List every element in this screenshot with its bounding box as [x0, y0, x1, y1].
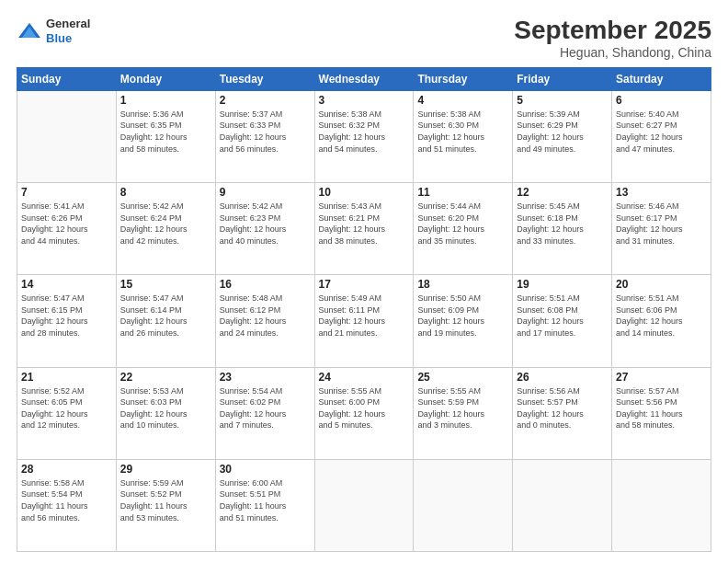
cal-cell	[314, 459, 414, 551]
col-header-sunday: Sunday	[17, 67, 117, 90]
week-row-5: 28Sunrise: 5:58 AMSunset: 5:54 PMDayligh…	[17, 459, 711, 551]
day-info: Sunrise: 5:55 AMSunset: 5:59 PMDaylight:…	[417, 385, 508, 431]
day-number: 28	[21, 463, 112, 476]
day-number: 17	[319, 278, 410, 291]
day-info: Sunrise: 5:59 AMSunset: 5:52 PMDaylight:…	[120, 477, 211, 523]
logo-icon	[17, 21, 42, 41]
day-info: Sunrise: 5:42 AMSunset: 6:24 PMDaylight:…	[120, 201, 211, 247]
day-info: Sunrise: 5:55 AMSunset: 6:00 PMDaylight:…	[319, 385, 410, 431]
day-info: Sunrise: 5:39 AMSunset: 6:29 PMDaylight:…	[517, 109, 608, 155]
day-info: Sunrise: 5:41 AMSunset: 6:26 PMDaylight:…	[21, 201, 112, 247]
cal-cell: 29Sunrise: 5:59 AMSunset: 5:52 PMDayligh…	[116, 459, 215, 551]
day-info: Sunrise: 5:38 AMSunset: 6:32 PMDaylight:…	[319, 109, 410, 155]
cal-cell	[17, 90, 117, 182]
logo: General Blue	[17, 17, 90, 45]
day-number: 30	[220, 463, 311, 476]
cal-cell: 23Sunrise: 5:54 AMSunset: 6:02 PMDayligh…	[215, 367, 314, 459]
day-number: 15	[120, 278, 211, 291]
cal-cell: 28Sunrise: 5:58 AMSunset: 5:54 PMDayligh…	[17, 459, 117, 551]
cal-cell: 24Sunrise: 5:55 AMSunset: 6:00 PMDayligh…	[314, 367, 414, 459]
day-number: 22	[120, 371, 211, 384]
cal-cell: 25Sunrise: 5:55 AMSunset: 5:59 PMDayligh…	[414, 367, 513, 459]
day-info: Sunrise: 5:48 AMSunset: 6:12 PMDaylight:…	[220, 293, 311, 339]
day-info: Sunrise: 5:51 AMSunset: 6:08 PMDaylight:…	[517, 293, 608, 339]
week-row-3: 14Sunrise: 5:47 AMSunset: 6:15 PMDayligh…	[17, 275, 711, 367]
subtitle: Heguan, Shandong, China	[514, 45, 711, 60]
cal-cell: 9Sunrise: 5:42 AMSunset: 6:23 PMDaylight…	[215, 183, 314, 275]
calendar-header-row: SundayMondayTuesdayWednesdayThursdayFrid…	[17, 67, 711, 90]
cal-cell	[513, 459, 612, 551]
cal-cell: 26Sunrise: 5:56 AMSunset: 5:57 PMDayligh…	[513, 367, 612, 459]
day-info: Sunrise: 5:57 AMSunset: 5:56 PMDaylight:…	[616, 385, 707, 431]
day-number: 18	[417, 278, 508, 291]
cal-cell: 18Sunrise: 5:50 AMSunset: 6:09 PMDayligh…	[414, 275, 513, 367]
day-number: 19	[517, 278, 608, 291]
col-header-saturday: Saturday	[612, 67, 711, 90]
day-info: Sunrise: 5:53 AMSunset: 6:03 PMDaylight:…	[120, 385, 211, 431]
cal-cell: 4Sunrise: 5:38 AMSunset: 6:30 PMDaylight…	[414, 90, 513, 182]
cal-cell: 6Sunrise: 5:40 AMSunset: 6:27 PMDaylight…	[612, 90, 711, 182]
col-header-tuesday: Tuesday	[215, 67, 314, 90]
cal-cell: 30Sunrise: 6:00 AMSunset: 5:51 PMDayligh…	[215, 459, 314, 551]
day-info: Sunrise: 5:43 AMSunset: 6:21 PMDaylight:…	[319, 201, 410, 247]
day-number: 29	[120, 463, 211, 476]
day-number: 3	[319, 94, 410, 107]
cal-cell: 27Sunrise: 5:57 AMSunset: 5:56 PMDayligh…	[612, 367, 711, 459]
day-number: 8	[120, 186, 211, 199]
day-number: 1	[120, 94, 211, 107]
cal-cell: 3Sunrise: 5:38 AMSunset: 6:32 PMDaylight…	[314, 90, 414, 182]
day-number: 25	[417, 371, 508, 384]
day-number: 14	[21, 278, 112, 291]
day-info: Sunrise: 5:37 AMSunset: 6:33 PMDaylight:…	[220, 109, 311, 155]
day-number: 20	[616, 278, 707, 291]
day-info: Sunrise: 5:49 AMSunset: 6:11 PMDaylight:…	[319, 293, 410, 339]
cal-cell: 21Sunrise: 5:52 AMSunset: 6:05 PMDayligh…	[17, 367, 117, 459]
cal-cell: 20Sunrise: 5:51 AMSunset: 6:06 PMDayligh…	[612, 275, 711, 367]
day-number: 13	[616, 186, 707, 199]
day-number: 7	[21, 186, 112, 199]
cal-cell: 13Sunrise: 5:46 AMSunset: 6:17 PMDayligh…	[612, 183, 711, 275]
day-number: 21	[21, 371, 112, 384]
cal-cell: 10Sunrise: 5:43 AMSunset: 6:21 PMDayligh…	[314, 183, 414, 275]
cal-cell: 8Sunrise: 5:42 AMSunset: 6:24 PMDaylight…	[116, 183, 215, 275]
cal-cell	[414, 459, 513, 551]
cal-cell: 22Sunrise: 5:53 AMSunset: 6:03 PMDayligh…	[116, 367, 215, 459]
col-header-friday: Friday	[513, 67, 612, 90]
cal-cell: 1Sunrise: 5:36 AMSunset: 6:35 PMDaylight…	[116, 90, 215, 182]
day-info: Sunrise: 5:50 AMSunset: 6:09 PMDaylight:…	[417, 293, 508, 339]
day-info: Sunrise: 5:40 AMSunset: 6:27 PMDaylight:…	[616, 109, 707, 155]
day-number: 6	[616, 94, 707, 107]
logo-line2: Blue	[46, 31, 72, 45]
calendar: SundayMondayTuesdayWednesdayThursdayFrid…	[17, 67, 711, 552]
cal-cell: 15Sunrise: 5:47 AMSunset: 6:14 PMDayligh…	[116, 275, 215, 367]
day-info: Sunrise: 5:44 AMSunset: 6:20 PMDaylight:…	[417, 201, 508, 247]
day-number: 5	[517, 94, 608, 107]
day-number: 23	[220, 371, 311, 384]
col-header-thursday: Thursday	[414, 67, 513, 90]
page: General Blue September 2025 Heguan, Shan…	[0, 0, 728, 563]
day-number: 26	[517, 371, 608, 384]
month-title: September 2025	[514, 17, 711, 45]
day-info: Sunrise: 5:45 AMSunset: 6:18 PMDaylight:…	[517, 201, 608, 247]
day-info: Sunrise: 5:47 AMSunset: 6:15 PMDaylight:…	[21, 293, 112, 339]
cal-cell: 5Sunrise: 5:39 AMSunset: 6:29 PMDaylight…	[513, 90, 612, 182]
day-info: Sunrise: 5:47 AMSunset: 6:14 PMDaylight:…	[120, 293, 211, 339]
day-number: 10	[319, 186, 410, 199]
day-number: 16	[220, 278, 311, 291]
day-number: 27	[616, 371, 707, 384]
day-info: Sunrise: 5:36 AMSunset: 6:35 PMDaylight:…	[120, 109, 211, 155]
day-info: Sunrise: 5:51 AMSunset: 6:06 PMDaylight:…	[616, 293, 707, 339]
header: General Blue September 2025 Heguan, Shan…	[17, 17, 711, 60]
col-header-wednesday: Wednesday	[314, 67, 414, 90]
day-number: 4	[417, 94, 508, 107]
day-info: Sunrise: 5:42 AMSunset: 6:23 PMDaylight:…	[220, 201, 311, 247]
day-info: Sunrise: 6:00 AMSunset: 5:51 PMDaylight:…	[220, 477, 311, 523]
logo-text: General Blue	[46, 17, 90, 45]
day-info: Sunrise: 5:38 AMSunset: 6:30 PMDaylight:…	[417, 109, 508, 155]
day-number: 11	[417, 186, 508, 199]
cal-cell	[612, 459, 711, 551]
cal-cell: 19Sunrise: 5:51 AMSunset: 6:08 PMDayligh…	[513, 275, 612, 367]
cal-cell: 12Sunrise: 5:45 AMSunset: 6:18 PMDayligh…	[513, 183, 612, 275]
title-block: September 2025 Heguan, Shandong, China	[514, 17, 711, 60]
day-info: Sunrise: 5:56 AMSunset: 5:57 PMDaylight:…	[517, 385, 608, 431]
